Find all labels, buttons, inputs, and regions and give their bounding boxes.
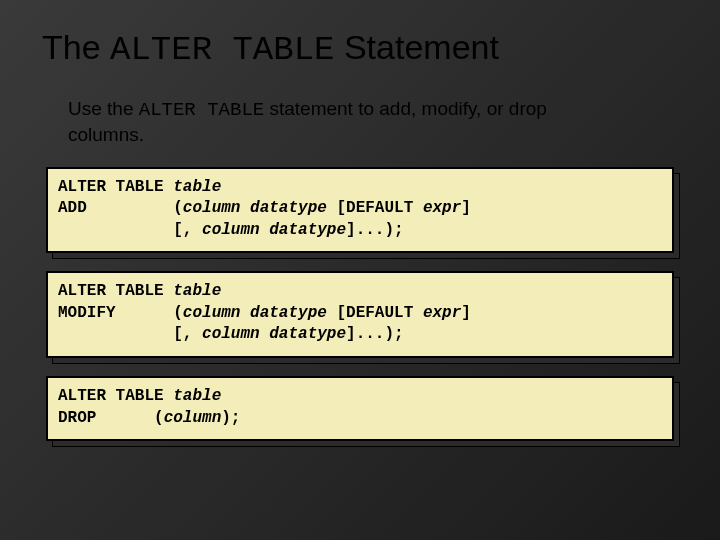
title-prefix: The [42, 28, 110, 66]
code-text: ALTER TABLE [58, 387, 173, 405]
desc-mono: ALTER TABLE [139, 99, 264, 121]
codeblock-modify-wrap: ALTER TABLE table MODIFY (column datatyp… [46, 271, 674, 358]
code-text: [, [58, 325, 202, 343]
codeblock-modify: ALTER TABLE table MODIFY (column datatyp… [46, 271, 674, 358]
desc-part1: Use the [68, 98, 139, 119]
code-ital: column datatype [183, 199, 337, 217]
codeblock-add: ALTER TABLE table ADD (column datatype [… [46, 167, 674, 254]
code-text: [DEFAULT [336, 304, 422, 322]
slide-description: Use the ALTER TABLE statement to add, mo… [68, 97, 628, 147]
code-text: ]...); [346, 221, 404, 239]
code-ital: expr [423, 304, 461, 322]
code-text: ALTER TABLE [58, 282, 173, 300]
code-text: ADD ( [58, 199, 183, 217]
code-text: ]...); [346, 325, 404, 343]
title-mono: ALTER TABLE [110, 31, 334, 69]
code-ital: column datatype [183, 304, 337, 322]
code-text: ALTER TABLE [58, 178, 173, 196]
codeblock-add-wrap: ALTER TABLE table ADD (column datatype [… [46, 167, 674, 254]
code-ital: table [173, 282, 221, 300]
code-text: DROP ( [58, 409, 164, 427]
code-ital: column datatype [202, 325, 346, 343]
code-text: [DEFAULT [336, 199, 422, 217]
code-text: ] [461, 199, 471, 217]
code-ital: table [173, 387, 221, 405]
code-ital: expr [423, 199, 461, 217]
code-text: [, [58, 221, 202, 239]
code-ital: column [164, 409, 222, 427]
title-suffix: Statement [334, 28, 498, 66]
codeblock-drop: ALTER TABLE table DROP (column); [46, 376, 674, 441]
code-text: ] [461, 304, 471, 322]
code-text: ); [221, 409, 240, 427]
code-ital: table [173, 178, 221, 196]
codeblock-drop-wrap: ALTER TABLE table DROP (column); [46, 376, 674, 441]
slide-title: The ALTER TABLE Statement [42, 28, 682, 69]
slide: The ALTER TABLE Statement Use the ALTER … [0, 0, 720, 540]
code-text: MODIFY ( [58, 304, 183, 322]
code-ital: column datatype [202, 221, 346, 239]
